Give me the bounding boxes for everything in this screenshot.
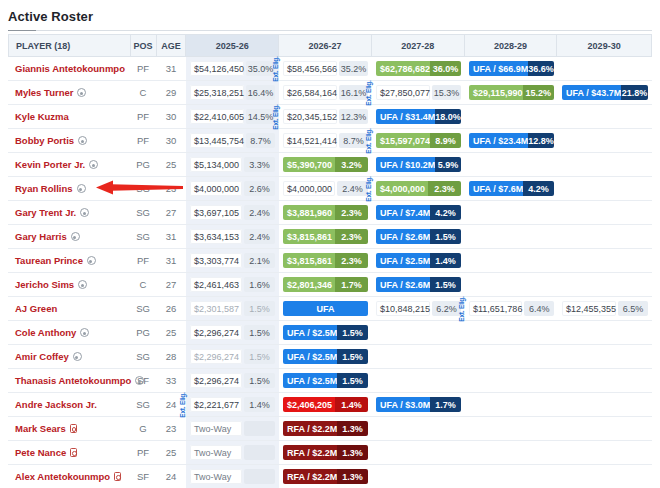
salary-cell: UFA / $31.4M18.0% [372, 105, 465, 128]
contract-note-icon[interactable] [78, 280, 87, 289]
table-row: Ryan RollinsSG23$4,000,0002.6%$4,000,000… [8, 177, 652, 201]
player-name[interactable]: AJ Green [15, 303, 57, 314]
player-name[interactable]: Thanasis Antetokounmpo [15, 375, 131, 386]
player-name[interactable]: Gary Trent Jr. [15, 207, 76, 218]
cap-percentage [244, 445, 275, 460]
player-cell: Bobby Portis [8, 129, 130, 152]
salary-cell [558, 225, 652, 248]
header-season-2027-28[interactable]: 2027-28 [372, 35, 465, 56]
contract-note-icon[interactable] [77, 184, 86, 193]
table-body: Giannis AntetokounmpoPF31$54,126,45035.0… [8, 57, 652, 488]
salary-plain: $2,301,5871.5% [190, 301, 275, 316]
player-name[interactable]: Cole Anthony [15, 327, 76, 338]
header-season-2026-27[interactable]: 2026-27 [279, 35, 372, 56]
player-name[interactable]: Alex Antetokounmpo [15, 471, 110, 482]
player-name[interactable]: Pete Nance [15, 447, 66, 458]
salary-value: $26,584,164 [283, 85, 337, 100]
roster-table: PLAYER (18) POS AGE 2025-26 2026-27 2027… [8, 34, 652, 488]
salary-cell [465, 417, 558, 440]
salary-cell [372, 465, 465, 488]
salary-value: $2,221,677 [190, 397, 242, 412]
salary-cell: $2,296,2741.5% [186, 321, 279, 344]
contract-note-icon[interactable] [87, 256, 96, 265]
player-cell: Myles Turner [8, 81, 130, 104]
player-cell: Taurean Prince [8, 249, 130, 272]
salary-cell: $3,697,1052.4% [186, 201, 279, 224]
player-name[interactable]: Mark Sears [15, 423, 66, 434]
salary-cell: UFA / $43.7M21.8% [558, 81, 652, 104]
salary-value: $5,390,700 [283, 157, 335, 172]
extension-eligible-badge: Ext. Elig. [180, 392, 187, 417]
header-season-2029-30[interactable]: 2029-30 [557, 35, 651, 56]
player-cell: Kyle Kuzma [8, 105, 130, 128]
table-row: Mark SearsG23Two-WayRFA / $2.2M1.3% [8, 417, 652, 441]
salary-cell: UFA [279, 297, 372, 320]
header-season-2028-29[interactable]: 2028-29 [465, 35, 558, 56]
contract-note-icon[interactable] [71, 232, 80, 241]
salary-plain: $3,697,1052.4% [190, 205, 275, 220]
cap-percentage: 1.5% [337, 325, 368, 340]
contract-note-icon[interactable] [80, 328, 89, 337]
salary-cell: UFA / $23.4M12.8% [465, 129, 558, 152]
cap-percentage: 1.3% [337, 445, 368, 460]
position-value: SG [130, 393, 156, 416]
header-age[interactable]: AGE [157, 35, 187, 56]
header-season-2025-26[interactable]: 2025-26 [186, 35, 279, 56]
salary-cell: RFA / $2.2M1.3% [279, 417, 372, 440]
salary-cell [558, 249, 652, 272]
age-value: 23 [156, 417, 186, 440]
extension-eligible-badge: Ext. Elig. [366, 80, 373, 105]
two-way-contract-icon[interactable] [70, 448, 77, 457]
title-block: Active Roster [0, 0, 660, 31]
extension-eligible-badge: Ext. Elig. [459, 296, 466, 321]
cap-percentage: 1.5% [337, 349, 368, 364]
player-name[interactable]: Amir Coffey [15, 351, 69, 362]
player-name[interactable]: Andre Jackson Jr. [15, 399, 97, 410]
salary-cell: $2,406,2051.4% [279, 393, 372, 416]
salary-cell: $2,296,2741.5% [186, 345, 279, 368]
cap-percentage: 1.5% [244, 301, 275, 316]
salary-plain: $27,850,07715.3% [376, 85, 461, 100]
contract-note-icon[interactable] [78, 136, 87, 145]
contract-note-icon[interactable] [80, 208, 89, 217]
contract-note-icon[interactable] [73, 352, 82, 361]
two-way-contract-icon[interactable] [70, 424, 77, 433]
player-name[interactable]: Gary Harris [15, 231, 67, 242]
cap-percentage: 18.0% [435, 109, 461, 124]
position-value: SG [130, 345, 156, 368]
salary-value: UFA / $2.5M [283, 325, 337, 340]
player-cell: Amir Coffey [8, 345, 130, 368]
position-value: PG [130, 321, 156, 344]
cap-percentage: 1.5% [430, 277, 461, 292]
salary-cell: $10,848,2156.2% [372, 297, 465, 320]
header-player[interactable]: PLAYER (18) [9, 35, 131, 56]
player-name[interactable]: Taurean Prince [15, 255, 83, 266]
salary-cell: Ext. Elig.$2,221,6771.4% [186, 393, 279, 416]
player-name[interactable]: Ryan Rollins [15, 183, 73, 194]
player-name[interactable]: Kyle Kuzma [15, 111, 69, 122]
cap-percentage: 3.2% [335, 157, 368, 172]
salary-cell: Ext. Elig.$11,651,7866.4% [465, 297, 558, 320]
player-name[interactable]: Bobby Portis [15, 135, 74, 146]
position-value: SF [130, 465, 156, 488]
salary-pill: UFA / $2.6M1.5% [376, 277, 461, 292]
two-way-contract-icon[interactable] [114, 472, 121, 481]
cap-percentage: 2.3% [335, 253, 368, 268]
header-pos[interactable]: POS [131, 35, 157, 56]
player-name[interactable]: Myles Turner [15, 87, 73, 98]
player-name[interactable]: Giannis Antetokounmpo [15, 63, 125, 74]
position-value: SG [130, 225, 156, 248]
salary-cell [465, 369, 558, 392]
contract-note-icon[interactable] [77, 88, 86, 97]
player-cell: Pete Nance [8, 441, 130, 464]
salary-cell [558, 417, 652, 440]
salary-value: $15,597,074 [376, 133, 430, 148]
player-name[interactable]: Kevin Porter Jr. [15, 159, 85, 170]
cap-percentage: 1.7% [430, 397, 461, 412]
age-value: 27 [156, 201, 186, 224]
salary-pill: $4,000,0002.3% [376, 181, 461, 196]
player-name[interactable]: Jericho Sims [15, 279, 74, 290]
salary-value: $4,000,000 [376, 181, 428, 196]
contract-note-icon[interactable] [89, 160, 98, 169]
salary-cell: UFA / $2.5M1.5% [279, 345, 372, 368]
